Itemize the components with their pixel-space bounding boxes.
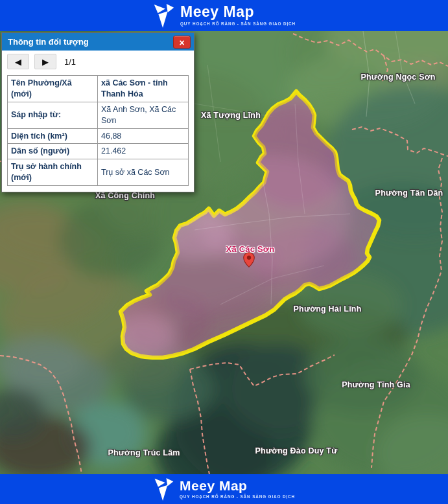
prev-page-button[interactable]: ◀ [7, 54, 29, 69]
map-label-phuong-truc-lam: Phường Trúc Lâm [108, 448, 180, 457]
info-panel: Thông tin đối tượng × ◀ ▶ 1/1 Tên Phường… [1, 32, 195, 192]
row-label: Trụ sở hành chính (mới) [8, 159, 98, 186]
row-value: 21.462 [98, 144, 189, 159]
close-icon[interactable]: × [173, 36, 191, 49]
row-value: 46,88 [98, 128, 189, 144]
row-value: Xã Anh Sơn, Xã Các Sơn [98, 102, 189, 128]
info-panel-header: Thông tin đối tượng × [2, 33, 194, 51]
page-indicator: 1/1 [64, 57, 76, 67]
map-label-phuong-tan-dan: Phường Tân Dân [375, 189, 443, 198]
app-header: Meey Map QUY HOẠCH RÕ RÀNG - SẴN SÀNG GI… [0, 0, 448, 31]
brand-name: Meey Map [180, 5, 296, 19]
map-label-phuong-dao-duy-tu: Phường Đào Duy Từ [255, 446, 338, 455]
meeymap-logo-icon [152, 3, 174, 28]
map-label-xa-cong-chinh: Xã Công Chính [95, 191, 155, 200]
meeymap-logo-icon [153, 477, 174, 501]
info-panel-title: Thông tin đối tượng [8, 37, 89, 47]
row-label: Sáp nhập từ: [8, 102, 98, 128]
table-row: Sáp nhập từ: Xã Anh Sơn, Xã Các Sơn [8, 102, 189, 128]
row-label: Diện tích (km²) [8, 128, 98, 144]
row-value: xã Các Sơn - tỉnh Thanh Hóa [98, 76, 189, 102]
map-pin-icon[interactable] [243, 252, 255, 270]
app-footer: Meey Map QUY HOẠCH RÕ RÀNG - SẴN SÀNG GI… [0, 474, 448, 504]
table-row: Dân số (người) 21.462 [8, 144, 189, 159]
map-label-xa-tuong-linh: Xã Tượng Lĩnh [201, 111, 261, 120]
map-label-phuong-hai-linh: Phường Hải Lĩnh [294, 304, 362, 314]
map-label-phuong-tinh-gia: Phường Tĩnh Gia [342, 380, 410, 389]
brand-lockup[interactable]: Meey Map QUY HOẠCH RÕ RÀNG - SẴN SÀNG GI… [153, 477, 295, 501]
table-row: Diện tích (km²) 46,88 [8, 128, 189, 144]
row-label: Tên Phường/Xã (mới) [8, 76, 98, 102]
brand-name: Meey Map [180, 479, 295, 492]
info-table: Tên Phường/Xã (mới) xã Các Sơn - tỉnh Th… [7, 75, 189, 186]
brand-tagline: QUY HOẠCH RÕ RÀNG - SẴN SÀNG GIAO DỊCH [180, 495, 295, 499]
table-row: Tên Phường/Xã (mới) xã Các Sơn - tỉnh Th… [8, 76, 189, 102]
map-label-phuong-ngoc-son: Phường Ngọc Sơn [360, 73, 435, 82]
table-row: Trụ sở hành chính (mới) Trụ sở xã Các Sơ… [8, 159, 189, 186]
row-value: Trụ sở xã Các Sơn [98, 159, 189, 186]
next-page-button[interactable]: ▶ [34, 54, 56, 69]
info-panel-pager: ◀ ▶ 1/1 [2, 51, 194, 73]
row-label: Dân số (người) [8, 144, 98, 159]
brand-lockup[interactable]: Meey Map QUY HOẠCH RÕ RÀNG - SẴN SÀNG GI… [152, 3, 296, 28]
brand-tagline: QUY HOẠCH RÕ RÀNG - SẴN SÀNG GIAO DỊCH [180, 22, 296, 26]
